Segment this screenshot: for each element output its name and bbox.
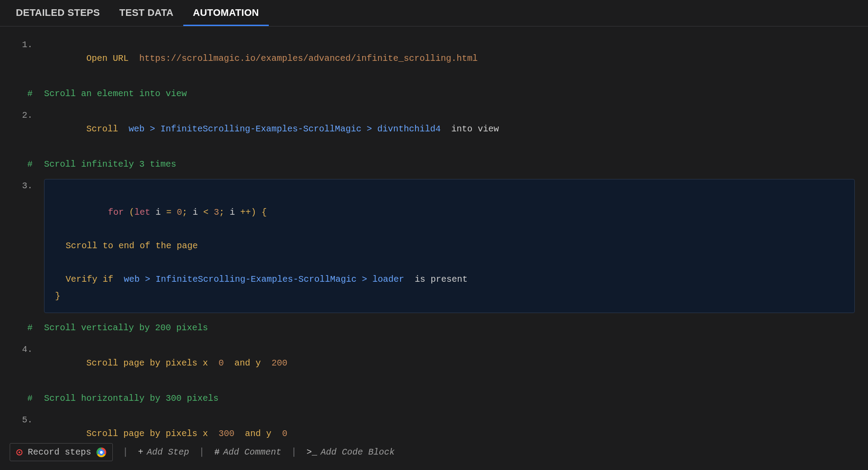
tab-detailed-steps[interactable]: DETAILED STEPS: [6, 0, 110, 26]
element-selector: web > InfiniteScrolling-Examples-ScrollM…: [124, 274, 404, 284]
comment-row[interactable]: # Scroll an element into view: [13, 87, 855, 101]
code-punct: }: [55, 291, 60, 301]
separator: |: [289, 447, 299, 458]
tab-test-data[interactable]: TEST DATA: [110, 0, 183, 26]
action-suffix: into view: [451, 124, 499, 134]
code-op: ++: [240, 207, 251, 217]
comment-text: Scroll infinitely 3 times: [44, 157, 855, 171]
step-number: 4.: [13, 343, 44, 356]
comment-marker: #: [13, 157, 44, 171]
code-punct: ;: [182, 207, 187, 217]
step-row[interactable]: 2. Scroll web > InfiniteScrolling-Exampl…: [13, 108, 855, 149]
tab-bar: DETAILED STEPS TEST DATA AUTOMATION: [0, 0, 868, 26]
step-number: 3.: [13, 179, 44, 193]
comment-marker: #: [13, 321, 44, 335]
separator: |: [121, 447, 130, 458]
comment-row[interactable]: # Scroll vertically by 200 pixels: [13, 321, 855, 335]
step-number: 5.: [13, 413, 44, 427]
code-var: i: [230, 207, 235, 217]
add-code-block-button[interactable]: >_Add Code Block: [307, 447, 395, 457]
tab-automation[interactable]: AUTOMATION: [183, 0, 269, 26]
step-body: Scroll web > InfiniteScrolling-Examples-…: [44, 108, 855, 149]
code-inner-step: Verify if: [66, 274, 113, 284]
separator: |: [197, 447, 206, 458]
prompt-icon: >_: [307, 447, 317, 457]
action-mid: and y: [234, 358, 261, 368]
comment-text: Scroll vertically by 200 pixels: [44, 321, 855, 335]
record-steps-button[interactable]: Record steps: [10, 443, 113, 461]
add-comment-label: Add Comment: [223, 447, 281, 457]
plus-icon: +: [138, 447, 143, 457]
code-punct: ): [251, 207, 256, 217]
chrome-icon: [96, 448, 106, 457]
code-keyword-for: for: [108, 207, 124, 217]
code-number: 3: [214, 207, 219, 217]
code-inner-step: Scroll to end of the page: [66, 241, 198, 251]
comment-row[interactable]: # Scroll horizontally by 300 pixels: [13, 392, 855, 405]
step-body: Open URL https://scrollmagic.io/examples…: [44, 38, 855, 79]
code-var: i: [156, 207, 161, 217]
code-punct: ;: [219, 207, 224, 217]
comment-text: Scroll horizontally by 300 pixels: [44, 392, 855, 405]
step-row[interactable]: 1. Open URL https://scrollmagic.io/examp…: [13, 38, 855, 79]
add-step-label: Add Step: [147, 447, 189, 457]
code-punct: {: [261, 207, 267, 217]
element-selector: web > InfiniteScrolling-Examples-ScrollM…: [129, 124, 441, 134]
action-keyword: Scroll page by pixels x: [86, 429, 208, 439]
comment-text: Scroll an element into view: [44, 87, 855, 101]
step-number: 2.: [13, 108, 44, 122]
code-keyword-let: let: [134, 207, 150, 217]
code-block-row[interactable]: 3. for (let i = 0; i < 3; i ++) { Scroll…: [13, 179, 855, 313]
action-keyword: Open URL: [86, 53, 129, 63]
code-block[interactable]: for (let i = 0; i < 3; i ++) { Scroll to…: [44, 179, 855, 313]
comment-marker: #: [13, 392, 44, 405]
action-keyword: Scroll: [86, 124, 118, 134]
step-number: 1.: [13, 38, 44, 52]
comment-row[interactable]: # Scroll infinitely 3 times: [13, 157, 855, 171]
value-y: 0: [282, 429, 287, 439]
value-x: 300: [219, 429, 234, 439]
action-mid: and y: [245, 429, 271, 439]
step-row[interactable]: 4. Scroll page by pixels x 0 and y 200: [13, 343, 855, 384]
hash-icon: #: [214, 447, 219, 457]
add-step-button[interactable]: +Add Step: [138, 447, 189, 457]
step-url: https://scrollmagic.io/examples/advanced…: [139, 53, 478, 63]
toolbar: Record steps | +Add Step | #Add Comment …: [0, 439, 868, 470]
record-icon: [16, 449, 22, 455]
value-x: 0: [219, 358, 224, 368]
code-op: <: [203, 207, 208, 217]
add-comment-button[interactable]: #Add Comment: [214, 447, 281, 457]
steps-editor[interactable]: 1. Open URL https://scrollmagic.io/examp…: [0, 26, 868, 470]
record-label: Record steps: [28, 447, 91, 457]
add-code-label: Add Code Block: [321, 447, 395, 457]
code-number: 0: [177, 207, 182, 217]
action-keyword: Scroll page by pixels x: [86, 358, 208, 368]
code-inner-suffix: is present: [415, 274, 467, 284]
automation-panel: DETAILED STEPS TEST DATA AUTOMATION 1. O…: [0, 0, 868, 470]
code-op: =: [166, 207, 171, 217]
step-body: Scroll page by pixels x 0 and y 200: [44, 343, 855, 384]
value-y: 200: [271, 358, 287, 368]
comment-marker: #: [13, 87, 44, 101]
code-var: i: [193, 207, 198, 217]
